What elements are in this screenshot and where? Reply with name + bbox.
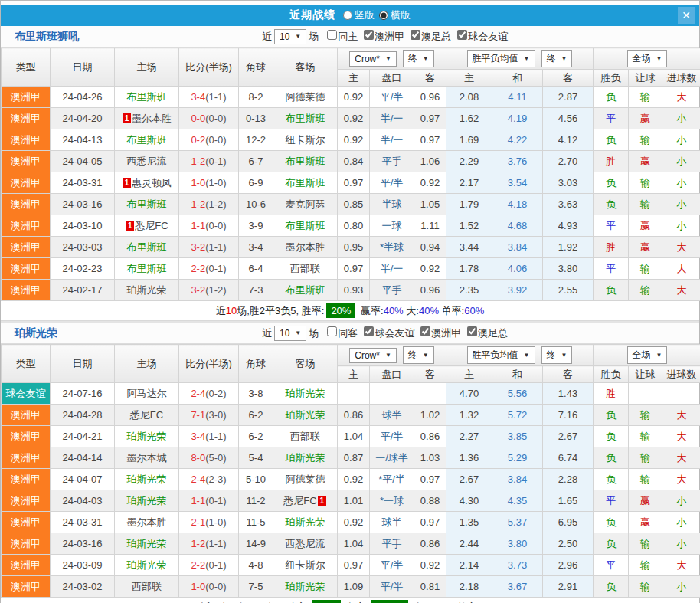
- col-date: 日期: [51, 345, 115, 383]
- table-row: 澳洲甲 24-03-02 西部联 1-0(0-0) 7-5 珀斯光荣 1.09 …: [2, 576, 700, 598]
- goals-result-cell: 小: [662, 151, 700, 172]
- panel-title: 近期战绩: [289, 8, 335, 22]
- match-type-cell: 澳洲甲: [2, 447, 51, 469]
- goals-result-cell: 大: [662, 87, 700, 108]
- odds-final-select[interactable]: 终▼: [403, 346, 434, 364]
- odds-home-cell: 0.92: [338, 512, 370, 533]
- radio-horizontal-option[interactable]: 横版: [379, 8, 411, 22]
- match-date-cell: 24-03-09: [51, 555, 115, 576]
- avg-select[interactable]: 胜平负均值▼: [467, 346, 535, 364]
- filter-checkbox-0[interactable]: [327, 326, 337, 336]
- odds-source-select[interactable]: Crow*▼: [349, 51, 397, 67]
- fulltime-select[interactable]: 全场▼: [627, 50, 668, 67]
- avg-final-select[interactable]: 终▼: [541, 50, 573, 67]
- odds-final-select[interactable]: 终▼: [403, 50, 434, 67]
- filter-checkbox-2[interactable]: [411, 30, 420, 40]
- handicap-cell: 平/半: [370, 172, 414, 194]
- table-row: 澳洲甲 24-03-03 布里斯班 3-2(1-1) 3-4 墨尔本胜 0.95…: [2, 237, 700, 258]
- odds-away-cell: 0.92: [414, 555, 446, 576]
- result-cell: 平: [594, 215, 629, 237]
- home-team-cell: 阿马达尔: [115, 383, 179, 405]
- avg-home-cell: 2.27: [446, 426, 492, 447]
- score-cell: 2-2(0-1): [179, 555, 239, 576]
- odds-source-select[interactable]: Crow*▼: [349, 348, 397, 363]
- corner-cell: 10-6: [239, 194, 273, 215]
- avg-draw-cell: 4.68: [492, 215, 543, 237]
- odds-away-cell: 0.97: [414, 512, 446, 533]
- radio-horizontal[interactable]: [379, 11, 388, 20]
- filter-checkbox-2[interactable]: [420, 326, 430, 336]
- home-team-cell: 布里斯班: [115, 129, 179, 151]
- radio-vertical-option[interactable]: 竖版: [343, 8, 375, 22]
- result-cell: 负: [594, 533, 629, 555]
- odds-away-cell: 0.92: [414, 258, 446, 280]
- odds-home-cell: 1.09: [338, 576, 370, 598]
- near-count-select[interactable]: 10 ▼: [274, 326, 306, 341]
- match-type-cell: 澳洲甲: [2, 426, 51, 447]
- away-team-cell: 珀斯光荣: [273, 405, 338, 426]
- away-team-cell: 悉尼FC1: [273, 490, 338, 512]
- home-team-cell: 1墨尔本胜: [115, 108, 179, 129]
- home-team-cell: 布里斯班: [115, 87, 179, 108]
- odds-away-cell: 0.94: [414, 237, 446, 258]
- table-row: 澳洲甲 24-04-14 墨尔本城 8-0(5-0) 5-4 珀斯光荣 0.87…: [2, 447, 700, 469]
- score-cell: 2-4(2-3): [179, 469, 239, 490]
- filter-checkbox-3[interactable]: [467, 326, 477, 336]
- handicap-cell: 半/一: [370, 129, 414, 151]
- col-avg-away: 客: [543, 70, 594, 87]
- avg-draw-cell: 4.06: [492, 258, 543, 280]
- home-team-cell: 珀斯光荣: [115, 555, 179, 576]
- avg-select[interactable]: 胜平负均值▼: [467, 50, 535, 67]
- filter-checkbox-label: 澳足总: [478, 327, 508, 339]
- filter-checkbox-0[interactable]: [327, 30, 337, 40]
- corner-cell: 3-8: [239, 383, 273, 405]
- match-date-cell: 24-04-05: [51, 151, 115, 172]
- match-date-cell: 24-03-10: [51, 215, 115, 237]
- table-row: 澳洲甲 24-03-09 珀斯光荣 2-2(0-1) 4-8 纽卡斯尔 0.97…: [2, 555, 700, 576]
- match-date-cell: 24-04-21: [51, 426, 115, 447]
- corner-cell: 11-5: [239, 512, 273, 533]
- filter-checkbox-3[interactable]: [457, 30, 467, 40]
- odds-home-cell: 0.97: [338, 172, 370, 194]
- summary-text: 单率:: [439, 305, 464, 316]
- handicap-result-cell: 输: [629, 405, 662, 426]
- near-count-select[interactable]: 10 ▼: [274, 29, 306, 44]
- goals-result-cell: 小: [662, 172, 700, 194]
- score-cell: 1-2(0-1): [179, 151, 239, 172]
- close-icon[interactable]: ✕: [678, 7, 695, 24]
- avg-away-cell: 2.87: [543, 87, 594, 108]
- col-odds-home: 主: [338, 366, 370, 383]
- chevron-down-icon: ▼: [656, 55, 662, 62]
- avg-home-cell: 2.44: [446, 533, 492, 555]
- odds-away-cell: 0.96: [414, 280, 446, 301]
- avg-draw-cell: 5.72: [492, 405, 543, 426]
- filter-checkbox-1[interactable]: [364, 326, 374, 336]
- radio-vertical[interactable]: [343, 11, 352, 20]
- col-odds-home: 主: [338, 70, 370, 87]
- handicap-cell: *一球: [370, 490, 414, 512]
- result-cell: 负: [594, 194, 629, 215]
- col-avg-draw: 和: [492, 366, 543, 383]
- fulltime-select[interactable]: 全场▼: [627, 346, 668, 364]
- match-type-cell: 澳洲甲: [2, 108, 51, 129]
- match-date-cell: 24-04-28: [51, 405, 115, 426]
- odds-away-cell: 0.92: [414, 172, 446, 194]
- titlebar: 近期战绩 竖版 横版 ✕: [1, 5, 699, 26]
- filter-checkbox-1[interactable]: [364, 30, 374, 40]
- goals-result-cell: 大: [662, 469, 700, 490]
- handicap-result-cell: 输: [629, 555, 662, 576]
- avg-home-cell: 2.29: [446, 151, 492, 172]
- avg-final-select[interactable]: 终▼: [541, 346, 573, 364]
- goals-result-cell: [662, 383, 700, 405]
- summary-text: 60%: [464, 305, 484, 316]
- odds-home-cell: 1.04: [338, 426, 370, 447]
- score-cell: 3-4(1-1): [179, 426, 239, 447]
- avg-draw-cell: 3.84: [492, 237, 543, 258]
- handicap-cell: 球半: [370, 512, 414, 533]
- avg-draw-cell: 3.73: [492, 555, 543, 576]
- col-result: 胜负: [594, 70, 629, 87]
- filter-checkboxes: 同主澳洲甲澳足总球会友谊: [321, 30, 508, 44]
- goals-result-cell: 小: [662, 512, 700, 533]
- goals-result-cell: 小: [662, 129, 700, 151]
- corner-cell: 6-2: [239, 405, 273, 426]
